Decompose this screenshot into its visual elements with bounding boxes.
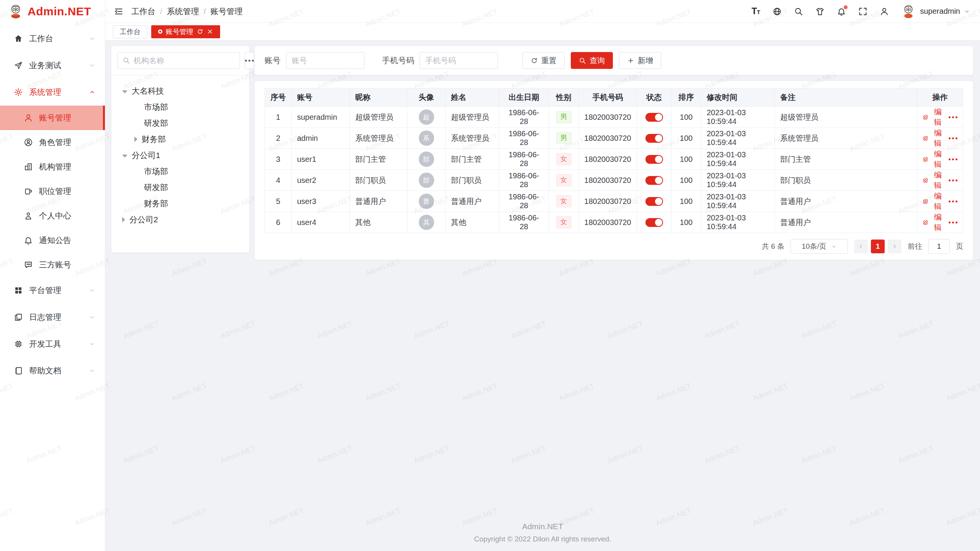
org-search-input[interactable] <box>134 56 235 65</box>
edit-button[interactable]: 编辑 <box>923 170 944 191</box>
sidebar-item-third-party-account[interactable]: 三方账号 <box>0 253 105 277</box>
more-actions-button[interactable] <box>949 222 957 223</box>
active-dot-icon <box>158 29 162 34</box>
prev-page-button[interactable] <box>854 240 868 253</box>
tree-item[interactable]: 研发部 <box>116 115 245 131</box>
page-size-select[interactable]: 10条/页 <box>791 239 848 254</box>
tab-account-mgmt[interactable]: 账号管理 <box>151 25 220 38</box>
edit-icon <box>923 155 929 163</box>
chevron-down-icon <box>831 244 837 249</box>
app-root: Admin.NET 工作台 业务测试 系统管理 账号管理 <box>0 0 980 551</box>
status-toggle[interactable] <box>645 176 663 185</box>
logo[interactable]: Admin.NET <box>0 0 105 23</box>
sidebar-item-org-mgmt[interactable]: 机构管理 <box>0 155 105 179</box>
tree-item[interactable]: 财务部 <box>116 196 245 212</box>
organization-icon <box>24 162 33 171</box>
edit-button[interactable]: 编辑 <box>923 128 944 148</box>
tree-item[interactable]: 研发部 <box>116 179 245 196</box>
tree-item[interactable]: 大名科技 <box>116 83 245 99</box>
account-input[interactable] <box>286 52 364 69</box>
reset-button[interactable]: 重置 <box>523 52 565 69</box>
sidebar-item-account-mgmt[interactable]: 账号管理 <box>0 106 105 130</box>
breadcrumb-separator: / <box>204 7 206 16</box>
sidebar-item-dev-tools[interactable]: 开发工具 <box>0 331 105 357</box>
sidebar-item-business-test[interactable]: 业务测试 <box>0 52 105 79</box>
caret-collapsed-icon[interactable] <box>134 137 137 142</box>
close-icon[interactable] <box>207 28 213 35</box>
caret-expanded-icon[interactable] <box>122 90 127 93</box>
phone-input[interactable] <box>420 52 498 69</box>
refresh-icon <box>531 57 538 64</box>
breadcrumb-separator: / <box>160 7 162 16</box>
username: superadmin <box>920 7 960 16</box>
org-more-button[interactable] <box>245 52 254 69</box>
tree-item[interactable]: 市场部 <box>116 99 245 115</box>
sidebar-item-help-docs[interactable]: 帮助文档 <box>0 357 105 384</box>
bell-icon[interactable] <box>836 7 846 16</box>
sidebar-item-position-mgmt[interactable]: 职位管理 <box>0 179 105 204</box>
main-area: 工作台 / 系统管理 / 账号管理 TT <box>105 0 980 551</box>
chevron-down-icon <box>89 341 96 347</box>
status-toggle[interactable] <box>645 218 663 227</box>
edit-button[interactable]: 编辑 <box>923 107 944 127</box>
more-actions-button[interactable] <box>949 116 957 118</box>
chip-icon <box>14 339 23 349</box>
avatar: 部 <box>419 173 434 188</box>
table-header-row: 序号 账号 昵称 头像 姓名 出生日期 性别 手机号码 状态 排序 修改时间 <box>265 88 963 107</box>
gender-badge: 男 <box>556 132 572 144</box>
tree-item[interactable]: 市场部 <box>116 163 245 179</box>
font-size-icon[interactable]: TT <box>751 7 761 16</box>
status-toggle[interactable] <box>645 134 663 143</box>
goto-page-input[interactable] <box>928 239 950 254</box>
logo-monk-icon <box>8 3 24 20</box>
sidebar-item-notice[interactable]: 通知公告 <box>0 228 105 253</box>
user-menu[interactable]: superadmin <box>901 4 970 19</box>
status-toggle[interactable] <box>645 155 663 164</box>
more-actions-button[interactable] <box>949 137 957 139</box>
column-header-no: 序号 <box>265 88 292 107</box>
page-number-current[interactable]: 1 <box>871 240 885 253</box>
refresh-icon[interactable] <box>197 28 203 35</box>
search-button[interactable]: 查询 <box>571 52 613 69</box>
edit-button[interactable]: 编辑 <box>923 149 944 170</box>
fullscreen-icon[interactable] <box>858 7 868 16</box>
sidebar-item-platform-mgmt[interactable]: 平台管理 <box>0 277 105 304</box>
bell-icon <box>24 236 33 245</box>
caret-expanded-icon[interactable] <box>122 155 127 158</box>
more-actions-button[interactable] <box>949 201 957 202</box>
gender-badge: 女 <box>556 174 572 186</box>
sidebar-item-log-mgmt[interactable]: 日志管理 <box>0 304 105 331</box>
add-button[interactable]: 新增 <box>619 52 661 69</box>
more-actions-button[interactable] <box>949 179 957 181</box>
breadcrumb-item-system-mgmt[interactable]: 系统管理 <box>167 6 199 17</box>
status-toggle[interactable] <box>645 197 663 206</box>
gender-badge: 女 <box>556 195 572 207</box>
role-icon <box>24 138 33 147</box>
tree-item[interactable]: 分公司1 <box>116 147 245 163</box>
search-icon[interactable] <box>794 7 804 16</box>
edit-button[interactable]: 编辑 <box>923 212 944 233</box>
chat-icon <box>24 260 33 269</box>
sidebar-item-role-mgmt[interactable]: 角色管理 <box>0 130 105 155</box>
tree-item[interactable]: 财务部 <box>116 131 245 147</box>
edit-button[interactable]: 编辑 <box>923 191 944 212</box>
sidebar-item-profile-center[interactable]: 个人中心 <box>0 204 105 228</box>
avatar: 系 <box>419 130 434 146</box>
sidebar-item-system-mgmt[interactable]: 系统管理 <box>0 79 105 106</box>
footer-title: Admin.NET <box>105 522 980 531</box>
more-actions-button[interactable] <box>949 158 957 160</box>
avatar: 普 <box>419 194 434 209</box>
status-toggle[interactable] <box>645 113 663 122</box>
user-icon[interactable] <box>879 7 889 16</box>
tree-item[interactable]: 分公司2 <box>116 212 245 228</box>
tab-workbench[interactable]: 工作台 <box>113 25 147 38</box>
org-panel: 大名科技 市场部 研发部 财务部 分公司1 市场部 研发部 财务部 分公司2 <box>111 46 249 253</box>
menu-fold-icon[interactable] <box>114 7 124 16</box>
sidebar-item-workbench[interactable]: 工作台 <box>0 25 105 52</box>
chevron-down-icon <box>964 8 970 15</box>
caret-collapsed-icon[interactable] <box>122 217 125 222</box>
breadcrumb-item-workbench[interactable]: 工作台 <box>131 6 155 17</box>
theme-icon[interactable] <box>815 7 825 16</box>
next-page-button[interactable] <box>888 240 902 253</box>
language-icon[interactable] <box>772 7 782 16</box>
